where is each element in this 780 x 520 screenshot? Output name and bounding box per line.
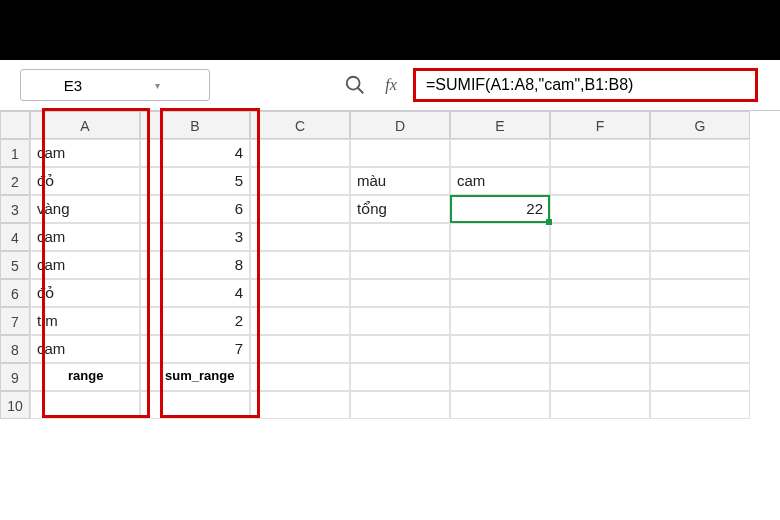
cell-c1[interactable] <box>250 139 350 167</box>
cell-d6[interactable] <box>350 279 450 307</box>
annotation-sumrange: sum_range <box>165 368 234 383</box>
cell-f3[interactable] <box>550 195 650 223</box>
cell-c6[interactable] <box>250 279 350 307</box>
row-header-9[interactable]: 9 <box>0 363 30 391</box>
cell-c3[interactable] <box>250 195 350 223</box>
col-header-a[interactable]: A <box>30 111 140 139</box>
cell-d8[interactable] <box>350 335 450 363</box>
row-header-8[interactable]: 8 <box>0 335 30 363</box>
cell-g9[interactable] <box>650 363 750 391</box>
cell-e2[interactable]: cam <box>450 167 550 195</box>
col-header-e[interactable]: E <box>450 111 550 139</box>
cell-b3[interactable]: 6 <box>140 195 250 223</box>
cell-g8[interactable] <box>650 335 750 363</box>
cell-b7[interactable]: 2 <box>140 307 250 335</box>
cell-e3[interactable]: 22 <box>450 195 550 223</box>
cell-f2[interactable] <box>550 167 650 195</box>
cell-e1[interactable] <box>450 139 550 167</box>
cell-f5[interactable] <box>550 251 650 279</box>
cell-d7[interactable] <box>350 307 450 335</box>
cell-g4[interactable] <box>650 223 750 251</box>
cell-g5[interactable] <box>650 251 750 279</box>
cell-c9[interactable] <box>250 363 350 391</box>
col-header-g[interactable]: G <box>650 111 750 139</box>
cell-c2[interactable] <box>250 167 350 195</box>
col-header-f[interactable]: F <box>550 111 650 139</box>
formula-toolbar: E3 ▾ fx =SUMIF(A1:A8,"cam",B1:B8) <box>0 60 780 111</box>
cell-f10[interactable] <box>550 391 650 419</box>
row-header-7[interactable]: 7 <box>0 307 30 335</box>
col-header-c[interactable]: C <box>250 111 350 139</box>
cell-c7[interactable] <box>250 307 350 335</box>
cell-c5[interactable] <box>250 251 350 279</box>
cell-f1[interactable] <box>550 139 650 167</box>
row-header-2[interactable]: 2 <box>0 167 30 195</box>
row-header-4[interactable]: 4 <box>0 223 30 251</box>
name-box[interactable]: E3 ▾ <box>20 69 210 101</box>
row-header-6[interactable]: 6 <box>0 279 30 307</box>
cell-c10[interactable] <box>250 391 350 419</box>
cell-d3[interactable]: tổng <box>350 195 450 223</box>
cell-a2[interactable]: đỏ <box>30 167 140 195</box>
cell-d2[interactable]: màu <box>350 167 450 195</box>
cell-a10[interactable] <box>30 391 140 419</box>
row-header-1[interactable]: 1 <box>0 139 30 167</box>
cell-f7[interactable] <box>550 307 650 335</box>
cell-b5[interactable]: 8 <box>140 251 250 279</box>
cell-a3[interactable]: vàng <box>30 195 140 223</box>
cell-g3[interactable] <box>650 195 750 223</box>
cell-g10[interactable] <box>650 391 750 419</box>
top-black-bar <box>0 0 780 60</box>
select-all-corner[interactable] <box>0 111 30 139</box>
cell-g6[interactable] <box>650 279 750 307</box>
cell-e4[interactable] <box>450 223 550 251</box>
chevron-down-icon[interactable]: ▾ <box>115 80 199 91</box>
cell-c4[interactable] <box>250 223 350 251</box>
row-header-3[interactable]: 3 <box>0 195 30 223</box>
cell-b4[interactable]: 3 <box>140 223 250 251</box>
cell-c8[interactable] <box>250 335 350 363</box>
cell-e6[interactable] <box>450 279 550 307</box>
row-header-5[interactable]: 5 <box>0 251 30 279</box>
cell-b1[interactable]: 4 <box>140 139 250 167</box>
cell-f8[interactable] <box>550 335 650 363</box>
cell-f9[interactable] <box>550 363 650 391</box>
cell-e7[interactable] <box>450 307 550 335</box>
cell-b6[interactable]: 4 <box>140 279 250 307</box>
formula-bar[interactable]: =SUMIF(A1:A8,"cam",B1:B8) <box>413 68 758 102</box>
cell-f4[interactable] <box>550 223 650 251</box>
cell-b10[interactable] <box>140 391 250 419</box>
cell-a6[interactable]: đỏ <box>30 279 140 307</box>
col-header-b[interactable]: B <box>140 111 250 139</box>
cell-a4[interactable]: cam <box>30 223 140 251</box>
cell-g2[interactable] <box>650 167 750 195</box>
cell-g1[interactable] <box>650 139 750 167</box>
cell-a7[interactable]: tím <box>30 307 140 335</box>
cell-a8[interactable]: cam <box>30 335 140 363</box>
cell-b2[interactable]: 5 <box>140 167 250 195</box>
cell-d5[interactable] <box>350 251 450 279</box>
name-box-value: E3 <box>31 77 115 94</box>
cell-d9[interactable] <box>350 363 450 391</box>
cell-g7[interactable] <box>650 307 750 335</box>
spreadsheet-grid[interactable]: A B C D E F G 1 cam 4 2 đỏ 5 màu cam 3 v… <box>0 111 780 419</box>
cell-b8[interactable]: 7 <box>140 335 250 363</box>
cell-d1[interactable] <box>350 139 450 167</box>
cell-e5[interactable] <box>450 251 550 279</box>
formula-text: =SUMIF(A1:A8,"cam",B1:B8) <box>426 76 633 94</box>
svg-line-1 <box>358 88 364 94</box>
cell-f6[interactable] <box>550 279 650 307</box>
cell-a5[interactable]: cam <box>30 251 140 279</box>
col-header-d[interactable]: D <box>350 111 450 139</box>
zoom-icon[interactable] <box>341 71 369 99</box>
cell-a1[interactable]: cam <box>30 139 140 167</box>
cell-e8[interactable] <box>450 335 550 363</box>
cell-e9[interactable] <box>450 363 550 391</box>
cell-e10[interactable] <box>450 391 550 419</box>
cell-d4[interactable] <box>350 223 450 251</box>
svg-point-0 <box>347 77 360 90</box>
annotation-range: range <box>68 368 103 383</box>
cell-d10[interactable] <box>350 391 450 419</box>
fx-icon[interactable]: fx <box>377 71 405 99</box>
row-header-10[interactable]: 10 <box>0 391 30 419</box>
